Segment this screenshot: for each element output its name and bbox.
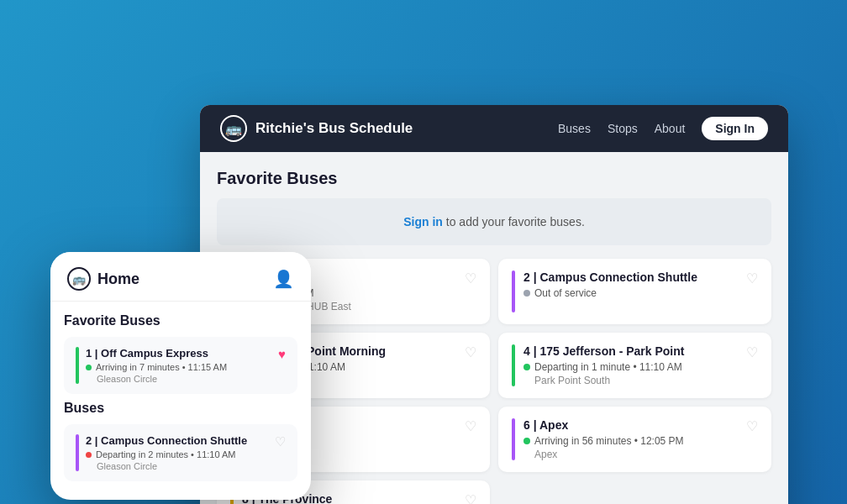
brand: 🚌 Ritchie's Bus Schedule: [220, 115, 413, 142]
bus-card-2-left: 2 | Campus Connection Shuttle Out of ser…: [512, 270, 697, 312]
bus-card-6[interactable]: 6 | Apex Arriving in 56 minutes • 12:05 …: [498, 407, 771, 472]
bus-4-name: 4 | 175 Jefferson - Park Point: [523, 344, 684, 358]
mobile-bus-1-bar: [76, 434, 79, 471]
mobile-navbar: 🚌 Home 👤: [50, 252, 311, 302]
brand-title: Ritchie's Bus Schedule: [255, 120, 413, 137]
bus-6-dot: [523, 438, 530, 444]
mobile-bus-1-info: 2 | Campus Connection Shuttle Departing …: [86, 434, 247, 471]
favorites-signin-suffix: to add your favorite buses.: [443, 215, 585, 228]
bus-7-favorite-icon[interactable]: ♡: [465, 492, 476, 504]
bus-4-info: 4 | 175 Jefferson - Park Point Departing…: [523, 344, 684, 386]
nav-buses[interactable]: Buses: [558, 122, 591, 135]
mobile-buses-title: Buses: [64, 401, 297, 416]
bus-1-favorite-icon[interactable]: ♡: [465, 270, 476, 286]
mobile-bus-1-name: 2 | Campus Connection Shuttle: [86, 434, 247, 447]
mobile-bus-card-1[interactable]: 2 | Campus Connection Shuttle Departing …: [64, 424, 297, 481]
mobile-favorites-title: Favorite Buses: [64, 313, 297, 328]
mobile-bus-1-location: Gleason Circle: [97, 461, 247, 471]
bus-card-2[interactable]: 2 | Campus Connection Shuttle Out of ser…: [498, 259, 771, 324]
mobile-fav-1-heart[interactable]: ♥: [278, 347, 286, 361]
mobile-fav-1-status-text: Arriving in 7 minutes • 11:15 AM: [96, 362, 227, 372]
bus-6-status-text: Arriving in 56 minutes • 12:05 PM: [534, 435, 684, 447]
bus-2-status: Out of service: [523, 287, 697, 299]
desktop-navbar: 🚌 Ritchie's Bus Schedule Buses Stops Abo…: [200, 105, 788, 152]
mobile-fav-1-status: Arriving in 7 minutes • 11:15 AM: [86, 362, 227, 372]
mobile-brand: 🚌 Home: [67, 267, 139, 291]
bus-2-favorite-icon[interactable]: ♡: [746, 270, 758, 286]
mobile-bus-1-heart[interactable]: ♡: [275, 434, 286, 449]
bus-2-dot: [523, 290, 530, 297]
mobile-content: Favorite Buses 1 | Off Campus Express Ar…: [50, 302, 311, 500]
bus-4-favorite-icon[interactable]: ♡: [746, 344, 758, 360]
bus-3-favorite-icon[interactable]: ♡: [465, 344, 476, 360]
bus-6-location: Apex: [534, 449, 684, 460]
mobile-fav-card-1[interactable]: 1 | Off Campus Express Arriving in 7 min…: [64, 337, 297, 394]
bus-4-status: Departing in 1 minute • 11:10 AM: [523, 361, 684, 373]
mobile-fav-1-dot: [86, 365, 92, 370]
bus-2-color-bar: [512, 270, 515, 312]
bus-4-status-text: Departing in 1 minute • 11:10 AM: [534, 361, 682, 373]
bus-4-color-bar: [512, 344, 515, 386]
mobile-fav-1-info: 1 | Off Campus Express Arriving in 7 min…: [86, 347, 227, 384]
bus-2-status-text: Out of service: [534, 287, 597, 299]
bus-2-name: 2 | Campus Connection Shuttle: [523, 270, 697, 284]
favorites-banner: Sign in to add your favorite buses.: [217, 198, 771, 245]
mobile-title: Home: [97, 270, 139, 288]
mobile-fav-1-left: 1 | Off Campus Express Arriving in 7 min…: [76, 347, 227, 384]
bus-4-location: Park Point South: [534, 375, 684, 386]
bus-placeholder: [498, 480, 771, 504]
bus-6-favorite-icon[interactable]: ♡: [746, 418, 758, 434]
bus-5-favorite-icon[interactable]: ♡: [465, 418, 476, 434]
bus-6-info: 6 | Apex Arriving in 56 minutes • 12:05 …: [523, 418, 684, 460]
mobile-bus-1-status-text: Departing in 2 minutes • 11:10 AM: [96, 449, 236, 459]
bus-card-4-left: 4 | 175 Jefferson - Park Point Departing…: [512, 344, 684, 386]
favorites-signin-link[interactable]: Sign in: [403, 215, 443, 228]
mobile-bus-1-dot: [86, 452, 92, 458]
mobile-bus-1-status: Departing in 2 minutes • 11:10 AM: [86, 449, 247, 459]
bus-6-color-bar: [512, 418, 515, 460]
mobile-fav-1-location: Gleason Circle: [97, 374, 227, 384]
mobile-fav-1-name: 1 | Off Campus Express: [86, 347, 227, 360]
nav-about[interactable]: About: [655, 122, 686, 135]
bus-4-dot: [523, 364, 530, 370]
bus-card-6-left: 6 | Apex Arriving in 56 minutes • 12:05 …: [512, 418, 684, 460]
bus-card-4[interactable]: 4 | 175 Jefferson - Park Point Departing…: [498, 333, 771, 398]
nav-links: Buses Stops About Sign In: [558, 117, 768, 140]
mobile-app: 🚌 Home 👤 Favorite Buses 1 | Off Campus E…: [50, 252, 311, 500]
favorites-title: Favorite Buses: [217, 169, 771, 188]
mobile-bus-1-left: 2 | Campus Connection Shuttle Departing …: [76, 434, 247, 471]
nav-stops[interactable]: Stops: [608, 122, 638, 135]
mobile-brand-icon: 🚌: [67, 267, 91, 291]
brand-icon: 🚌: [220, 115, 247, 142]
mobile-user-icon[interactable]: 👤: [273, 269, 294, 289]
bus-2-info: 2 | Campus Connection Shuttle Out of ser…: [523, 270, 697, 301]
signin-button[interactable]: Sign In: [702, 117, 768, 140]
bus-6-status: Arriving in 56 minutes • 12:05 PM: [523, 435, 684, 447]
mobile-fav-1-bar: [76, 347, 79, 384]
bus-6-name: 6 | Apex: [523, 418, 684, 432]
